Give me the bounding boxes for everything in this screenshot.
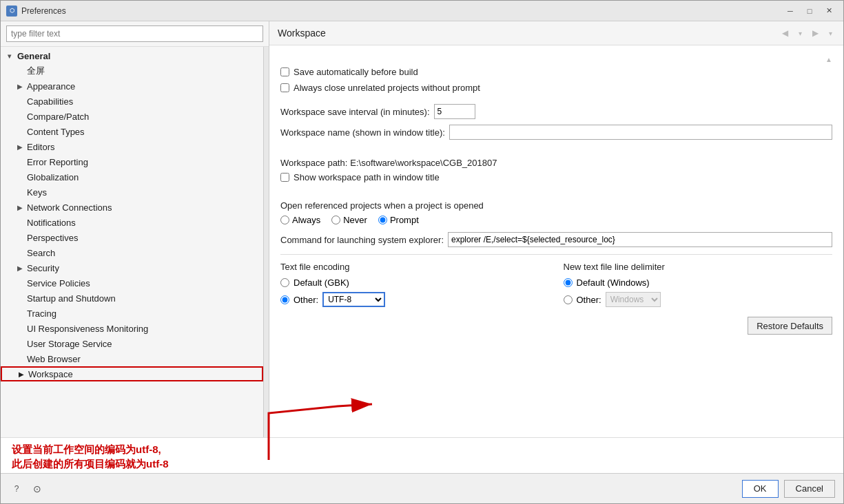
command-label: Command for launching system explorer:: [280, 235, 444, 245]
save-interval-row: Workspace save interval (in minutes):: [280, 104, 832, 119]
nav-forward-dropdown[interactable]: ▾: [825, 25, 835, 41]
workspace-name-input[interactable]: [449, 125, 832, 140]
sidebar-item-general[interactable]: ▾ General: [1, 48, 263, 63]
workspace-name-label: Workspace name (shown in window title):: [280, 127, 445, 138]
tree-area: ▾ General 全屏 ▶ Appearance: [1, 47, 263, 437]
save-interval-input[interactable]: [434, 104, 475, 119]
preferences-window: ⬡ Preferences ─ □ ✕ ▾ General: [0, 0, 844, 504]
save-auto-checkbox[interactable]: [280, 67, 289, 76]
window-title: Preferences: [21, 6, 781, 16]
line-delimiter-other-row: Other: Windows Unix Mac: [564, 292, 833, 307]
sidebar-item-keys[interactable]: Keys: [1, 185, 263, 200]
minimize-button[interactable]: ─: [781, 4, 799, 18]
radio-never-input[interactable]: [331, 216, 340, 224]
maximize-button[interactable]: □: [801, 4, 819, 18]
sidebar-item-error-reporting[interactable]: Error Reporting: [1, 154, 263, 169]
radio-never-label: Never: [343, 215, 367, 225]
sidebar-item-ui-responsiveness[interactable]: UI Responsiveness Monitoring: [1, 321, 263, 336]
save-auto-checkbox-row: Save automatically before build: [280, 67, 832, 77]
sidebar-item-label: Startup and Shutdown: [27, 293, 116, 304]
encoding-other-select[interactable]: UTF-8 UTF-16 ISO-8859-1 GBK: [322, 292, 385, 307]
expand-arrow-appearance: ▶: [17, 83, 27, 90]
line-delimiter-default-radio[interactable]: [564, 278, 573, 287]
tree-scroll-area: ▾ General 全屏 ▶ Appearance: [1, 47, 269, 437]
show-path-label: Show workspace path in window title: [294, 172, 440, 182]
sidebar-item-search[interactable]: Search: [1, 245, 263, 260]
sidebar-item-appearance[interactable]: ▶ Appearance: [1, 78, 263, 94]
radio-always: Always: [280, 215, 320, 225]
ok-button[interactable]: OK: [742, 480, 779, 498]
right-panel: Workspace ◀ ▾ ▶ ▾ ▲: [269, 21, 843, 437]
sidebar-item-label: Security: [27, 263, 59, 273]
encoding-default-label: Default (GBK): [294, 277, 349, 288]
radio-prompt-input[interactable]: [378, 216, 387, 224]
filter-input[interactable]: [6, 25, 263, 42]
sidebar-item-startup[interactable]: Startup and Shutdown: [1, 291, 263, 306]
command-row: Command for launching system explorer:: [280, 232, 832, 247]
command-input[interactable]: [448, 232, 832, 247]
sidebar-item-compare[interactable]: Compare/Patch: [1, 109, 263, 124]
sidebar-item-label: Tracing: [27, 308, 56, 319]
close-projects-checkbox-row: Always close unrelated projects without …: [280, 83, 832, 93]
sidebar-item-globalization[interactable]: Globalization: [1, 169, 263, 185]
nav-forward-button[interactable]: ▶: [807, 25, 823, 41]
window-body: ▾ General 全屏 ▶ Appearance: [1, 21, 843, 503]
sidebar-item-label: 全屏: [27, 65, 45, 77]
sidebar-item-notifications[interactable]: Notifications: [1, 215, 263, 230]
left-panel: ▾ General 全屏 ▶ Appearance: [1, 21, 269, 437]
annotation-right-spacer: [269, 442, 843, 473]
left-scrollbar[interactable]: [263, 47, 269, 437]
sidebar-item-perspectives[interactable]: Perspectives: [1, 230, 263, 245]
show-path-checkbox[interactable]: [280, 173, 289, 182]
sidebar-item-label: Web Browser: [27, 354, 81, 364]
nav-back-button[interactable]: ◀: [777, 25, 792, 41]
text-file-encoding-group: Text file encoding Default (GBK) Other: …: [280, 262, 550, 307]
sidebar-item-label: Error Reporting: [27, 157, 88, 167]
sidebar-item-label: Editors: [27, 142, 54, 152]
radio-always-input[interactable]: [280, 216, 289, 224]
restore-defaults-button[interactable]: Restore Defaults: [748, 317, 832, 335]
show-path-checkbox-row: Show workspace path in window title: [280, 172, 832, 182]
sidebar-item-user-storage[interactable]: User Storage Service: [1, 336, 263, 351]
sidebar-item-fullscreen[interactable]: 全屏: [1, 63, 263, 78]
annotation-line2: 此后创建的所有项目编码就为utf-8: [12, 456, 269, 471]
cancel-button[interactable]: Cancel: [784, 480, 835, 498]
expand-arrow-network: ▶: [17, 204, 27, 211]
line-delimiter-other-radio[interactable]: [564, 295, 573, 304]
sidebar-item-web-browser[interactable]: Web Browser: [1, 351, 263, 366]
close-projects-checkbox[interactable]: [280, 83, 289, 92]
text-file-encoding-title: Text file encoding: [280, 262, 550, 272]
encoding-other-row: Other: UTF-8 UTF-16 ISO-8859-1 GBK: [280, 292, 550, 307]
encoding-default-radio[interactable]: [280, 278, 289, 287]
close-button[interactable]: ✕: [820, 4, 838, 18]
sidebar-item-network[interactable]: ▶ Network Connections: [1, 200, 263, 215]
sidebar-item-editors[interactable]: ▶ Editors: [1, 139, 263, 154]
sidebar-item-capabilities[interactable]: Capabilities: [1, 94, 263, 109]
sidebar-item-security[interactable]: ▶ Security: [1, 260, 263, 275]
line-delimiter-title: New text file line delimiter: [564, 262, 833, 272]
help-button[interactable]: ?: [9, 481, 24, 496]
expand-arrow-security: ▶: [17, 264, 27, 272]
line-delimiter-other-select[interactable]: Windows Unix Mac: [606, 292, 661, 307]
save-interval-label: Workspace save interval (in minutes):: [280, 107, 430, 117]
sidebar-item-label: UI Responsiveness Monitoring: [27, 324, 148, 334]
sidebar-item-service-policies[interactable]: Service Policies: [1, 275, 263, 291]
annotation-area: 设置当前工作空间的编码为utf-8, 此后创建的所有项目编码就为utf-8: [1, 437, 843, 473]
nav-back-dropdown[interactable]: ▾: [795, 25, 805, 41]
right-body: ▲ Save automatically before build Always…: [269, 45, 843, 437]
workspace-path-label: Workspace path:: [280, 158, 347, 168]
sidebar-item-label: Capabilities: [27, 96, 73, 107]
title-bar: ⬡ Preferences ─ □ ✕: [1, 1, 843, 21]
sidebar-item-label: Network Connections: [27, 202, 112, 213]
sidebar-item-tracing[interactable]: Tracing: [1, 306, 263, 321]
nav-buttons: ◀ ▾ ▶ ▾: [777, 25, 835, 41]
preferences-button[interactable]: ⊙: [30, 481, 45, 496]
open-projects-radio-row: Always Never Prompt: [280, 215, 832, 225]
encoding-other-radio[interactable]: [280, 295, 289, 304]
expand-arrow-general: ▾: [8, 52, 17, 60]
right-panel-title: Workspace: [278, 28, 326, 39]
annotation-text-area: 设置当前工作空间的编码为utf-8, 此后创建的所有项目编码就为utf-8: [1, 442, 269, 473]
sidebar-item-content-types[interactable]: Content Types: [1, 124, 263, 139]
sidebar-item-workspace[interactable]: ▼ ▶ Workspace: [1, 366, 263, 381]
line-delimiter-other-label: Other:: [577, 295, 601, 305]
